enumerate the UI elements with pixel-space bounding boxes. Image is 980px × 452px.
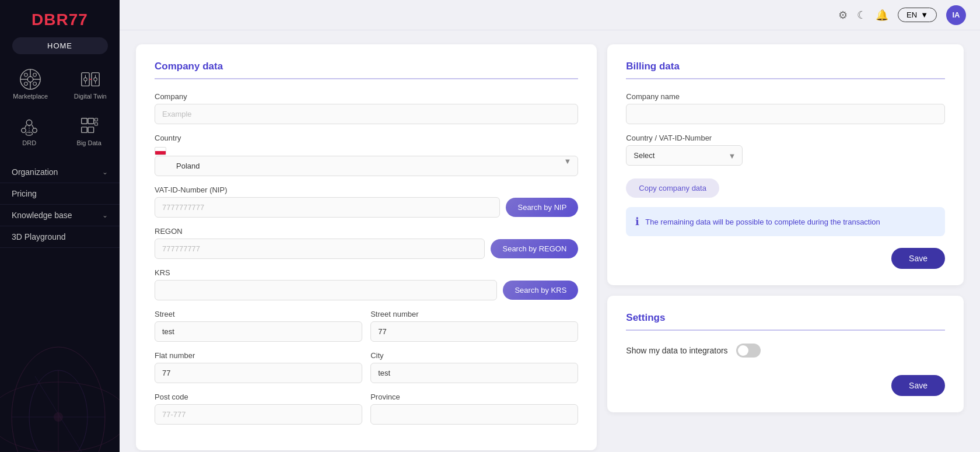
digital-twin-icon bbox=[79, 68, 102, 90]
language-selector[interactable]: EN ▼ bbox=[898, 8, 937, 22]
drd-icon bbox=[18, 115, 40, 137]
svg-point-1 bbox=[27, 76, 33, 82]
digital-twin-label: Digital Twin bbox=[74, 93, 107, 100]
drd-label: DRD bbox=[22, 139, 36, 146]
marketplace-label: Marketplace bbox=[13, 93, 48, 100]
logo-container: DBR77 bbox=[0, 0, 120, 37]
svg-point-21 bbox=[33, 128, 37, 133]
flat-city-row: Flat number City bbox=[155, 351, 578, 393]
regon-label: REGON bbox=[155, 227, 578, 236]
billing-country-select-wrapper: Select ▼ bbox=[626, 145, 743, 166]
sidebar-item-big-data[interactable]: Big Data bbox=[71, 110, 107, 151]
settings-title: Settings bbox=[626, 312, 945, 324]
home-button[interactable]: HOME bbox=[12, 37, 108, 54]
moon-icon[interactable]: ☾ bbox=[857, 9, 866, 22]
regon-input-row: Search by REGON bbox=[155, 239, 578, 259]
show-data-toggle-row: Show my data to integrators bbox=[626, 344, 945, 358]
logo: DBR77 bbox=[32, 10, 88, 29]
svg-point-7 bbox=[33, 73, 37, 77]
company-data-card: Company data Company Country Poland ▼ bbox=[136, 44, 597, 450]
krs-group: KRS Search by KRS bbox=[155, 268, 578, 300]
svg-point-8 bbox=[24, 82, 28, 86]
lang-label: EN bbox=[907, 10, 917, 19]
toggle-slider bbox=[736, 344, 761, 358]
settings-save-button[interactable]: Save bbox=[891, 375, 945, 396]
city-label: City bbox=[370, 351, 578, 360]
company-group: Company bbox=[155, 92, 578, 124]
svg-rect-29 bbox=[88, 127, 94, 133]
sidebar-item-organization[interactable]: Organization ⌄ bbox=[0, 162, 120, 183]
svg-rect-28 bbox=[81, 127, 87, 133]
svg-point-34 bbox=[0, 382, 120, 452]
country-select[interactable]: Poland bbox=[155, 156, 578, 176]
city-input[interactable] bbox=[370, 363, 578, 383]
copy-company-data-button[interactable]: Copy company data bbox=[626, 178, 719, 198]
billing-company-name-input[interactable] bbox=[626, 104, 945, 124]
street-label: Street bbox=[155, 310, 362, 318]
sidebar-item-knowledge-base[interactable]: Knowledge base ⌄ bbox=[0, 205, 120, 226]
sidebar-item-digital-twin[interactable]: Digital Twin bbox=[68, 64, 113, 104]
country-label: Country bbox=[155, 134, 578, 142]
street-number-input[interactable] bbox=[370, 321, 578, 342]
vat-input-row: Search by NIP bbox=[155, 197, 578, 218]
settings-card: Settings Show my data to integrators Sav… bbox=[607, 296, 964, 412]
sidebar-item-3d-playground[interactable]: 3D Playground bbox=[0, 226, 120, 248]
settings-icon[interactable]: ⚙ bbox=[838, 9, 848, 22]
billing-company-name-label: Company name bbox=[626, 92, 945, 101]
info-box: ℹ The remaining data will be possible to… bbox=[626, 207, 945, 236]
big-data-label: Big Data bbox=[77, 139, 102, 146]
bell-icon[interactable]: 🔔 bbox=[876, 9, 888, 22]
flat-number-input[interactable] bbox=[155, 363, 362, 383]
billing-save-button[interactable]: Save bbox=[891, 248, 945, 269]
flat-number-group: Flat number bbox=[155, 351, 362, 383]
svg-line-22 bbox=[25, 125, 27, 128]
post-code-input[interactable] bbox=[155, 404, 362, 425]
poland-flag bbox=[155, 147, 166, 155]
left-column: Company data Company Country Poland ▼ bbox=[136, 44, 597, 438]
company-input[interactable] bbox=[155, 104, 578, 124]
main-content: ⚙ ☾ 🔔 EN ▼ IA Company data Company Count… bbox=[120, 0, 980, 452]
krs-input[interactable] bbox=[155, 280, 497, 300]
sidebar-nav: Organization ⌄ Pricing Knowledge base ⌄ … bbox=[0, 162, 120, 248]
sidebar-item-marketplace[interactable]: Marketplace bbox=[7, 64, 54, 104]
postcode-province-row: Post code Province bbox=[155, 393, 578, 434]
svg-rect-11 bbox=[92, 73, 99, 86]
svg-line-35 bbox=[35, 376, 82, 452]
sidebar-icons: Marketplace Digital Twin bbox=[0, 64, 120, 157]
svg-point-19 bbox=[26, 120, 32, 126]
svg-point-20 bbox=[22, 128, 26, 133]
svg-point-13 bbox=[83, 78, 87, 81]
big-data-icon bbox=[78, 115, 100, 137]
street-group: Street bbox=[155, 310, 362, 342]
svg-point-9 bbox=[33, 82, 37, 86]
icon-row-1: Marketplace Digital Twin bbox=[0, 64, 120, 104]
billing-divider bbox=[626, 78, 945, 79]
company-label: Company bbox=[155, 92, 578, 101]
sidebar-item-pricing[interactable]: Pricing bbox=[0, 183, 120, 205]
avatar[interactable]: IA bbox=[946, 5, 966, 25]
svg-rect-30 bbox=[94, 118, 97, 121]
province-label: Province bbox=[370, 393, 578, 401]
vat-input[interactable] bbox=[155, 197, 500, 218]
search-nip-button[interactable]: Search by NIP bbox=[506, 198, 578, 217]
province-input[interactable] bbox=[370, 404, 578, 425]
svg-line-23 bbox=[32, 125, 34, 128]
company-divider bbox=[155, 78, 578, 79]
billing-company-name-group: Company name bbox=[626, 92, 945, 124]
street-input[interactable] bbox=[155, 321, 362, 342]
company-data-title: Company data bbox=[155, 61, 578, 72]
search-krs-button[interactable]: Search by KRS bbox=[503, 281, 578, 300]
billing-country-select[interactable]: Select bbox=[626, 145, 743, 166]
city-group: City bbox=[370, 351, 578, 383]
show-data-toggle[interactable] bbox=[736, 344, 761, 358]
info-icon: ℹ bbox=[635, 215, 639, 228]
svg-point-32 bbox=[12, 347, 105, 452]
street-number-label: Street number bbox=[370, 310, 578, 318]
right-column: Billing data Company name Country / VAT-… bbox=[607, 44, 964, 438]
regon-input[interactable] bbox=[155, 239, 485, 259]
search-regon-button[interactable]: Search by REGON bbox=[491, 239, 578, 258]
sidebar-item-drd[interactable]: DRD bbox=[12, 110, 46, 151]
content-area: Company data Company Country Poland ▼ bbox=[120, 30, 980, 452]
svg-point-14 bbox=[93, 78, 97, 81]
svg-rect-27 bbox=[88, 118, 94, 124]
